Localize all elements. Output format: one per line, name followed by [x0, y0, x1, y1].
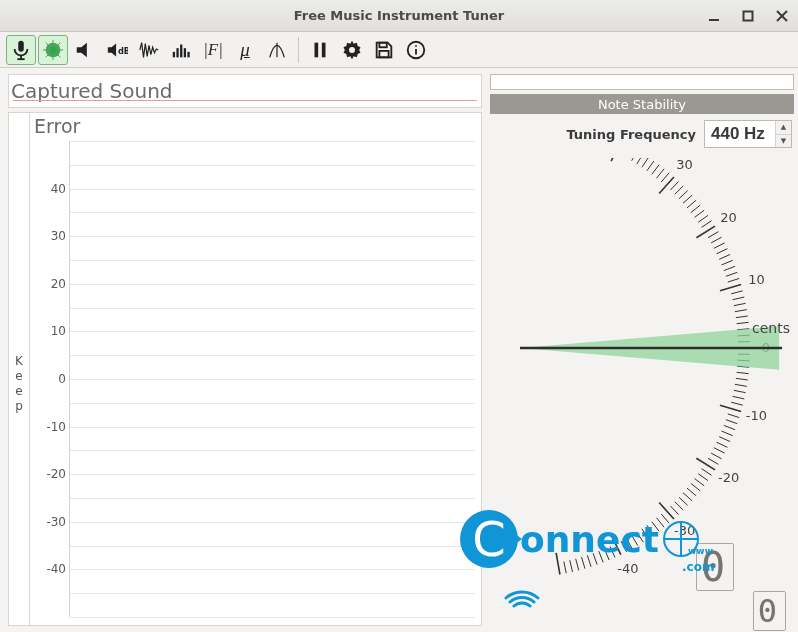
db-icon[interactable]: dB [102, 35, 132, 65]
svg-line-57 [675, 502, 684, 510]
svg-line-112 [679, 191, 688, 199]
svg-rect-31 [379, 50, 388, 56]
svg-line-114 [670, 181, 678, 190]
svg-line-55 [659, 503, 674, 519]
formants-icon[interactable]: |F| [198, 35, 228, 65]
tuning-frequency-label: Tuning Frequency [566, 127, 696, 142]
svg-line-50 [642, 529, 649, 539]
svg-line-40 [587, 555, 591, 566]
svg-rect-22 [180, 44, 182, 57]
svg-line-72 [724, 425, 735, 429]
svg-line-77 [733, 396, 745, 399]
mu-icon[interactable]: μ [230, 35, 260, 65]
svg-line-43 [604, 549, 609, 560]
svg-line-120 [642, 158, 649, 167]
svg-line-116 [661, 173, 669, 182]
svg-line-119 [647, 161, 654, 171]
svg-line-108 [695, 210, 705, 217]
svg-line-36 [564, 562, 566, 574]
mic-icon[interactable] [6, 35, 36, 65]
window-title: Free Music Instrument Tuner [0, 8, 798, 23]
error-chart[interactable]: Error 403020100-10-20-30-40 [30, 112, 482, 626]
close-button[interactable] [772, 6, 792, 26]
svg-line-98 [724, 266, 735, 270]
svg-line-64 [702, 469, 712, 476]
info-icon[interactable] [401, 35, 431, 65]
svg-line-94 [731, 291, 743, 294]
svg-line-121 [637, 158, 643, 164]
cents-dial: -50-40-30-20-1001020304050 [490, 158, 790, 578]
svg-line-89 [737, 322, 749, 323]
svg-line-62 [695, 479, 705, 486]
svg-point-8 [50, 46, 56, 52]
error-chart-container: Keep Error 403020100-10-20-30-40 [8, 112, 482, 626]
error-ytick: -10 [36, 420, 66, 434]
svg-line-75 [720, 405, 741, 411]
svg-line-38 [576, 559, 579, 571]
svg-text:30: 30 [676, 158, 693, 172]
keep-button[interactable]: Keep [8, 112, 30, 626]
spin-up-button[interactable]: ▲ [776, 121, 791, 135]
error-ytick: 40 [36, 182, 66, 196]
svg-line-56 [670, 506, 678, 515]
svg-line-44 [610, 547, 615, 558]
error-ytick: 0 [36, 372, 66, 386]
svg-line-14 [58, 54, 61, 57]
error-ytick: -40 [36, 562, 66, 576]
svg-line-59 [683, 493, 692, 501]
svg-line-95 [720, 285, 741, 291]
watermark-com: www.com [682, 560, 714, 574]
svg-rect-27 [322, 42, 326, 57]
svg-line-79 [735, 384, 747, 386]
svg-rect-26 [315, 42, 319, 57]
svg-marker-18 [108, 43, 116, 56]
svg-line-52 [652, 522, 659, 532]
error-chart-title: Error [34, 115, 80, 137]
volume-icon[interactable] [70, 35, 100, 65]
svg-line-58 [679, 497, 688, 505]
svg-line-109 [691, 205, 700, 212]
tuning-frequency-input[interactable] [705, 121, 775, 147]
pause-icon[interactable] [305, 35, 335, 65]
svg-line-63 [698, 474, 708, 481]
maximize-button[interactable] [738, 6, 758, 26]
svg-line-101 [717, 249, 728, 254]
svg-line-113 [675, 186, 684, 194]
svg-line-51 [647, 525, 654, 535]
harmonics-icon[interactable] [262, 35, 292, 65]
svg-line-115 [659, 177, 674, 193]
svg-marker-17 [77, 42, 87, 57]
captured-sound-baseline [13, 100, 477, 101]
save-icon[interactable] [369, 35, 399, 65]
minimize-button[interactable] [704, 6, 724, 26]
svg-line-53 [657, 518, 665, 527]
svg-line-66 [708, 458, 718, 464]
svg-line-42 [599, 551, 603, 562]
svg-line-46 [621, 541, 627, 552]
stability-progress-bar [490, 74, 794, 90]
svg-line-97 [726, 272, 737, 276]
svg-line-92 [734, 303, 746, 305]
waveform-icon[interactable] [134, 35, 164, 65]
settings-gear-icon[interactable] [337, 35, 367, 65]
svg-line-61 [691, 483, 700, 490]
svg-line-74 [728, 414, 739, 418]
right-panel: Note Stability Tuning Frequency ▲ ▼ -50-… [486, 68, 798, 632]
svg-line-103 [711, 237, 722, 243]
svg-line-122 [632, 158, 638, 161]
spin-down-button[interactable]: ▼ [776, 135, 791, 148]
svg-line-96 [728, 278, 739, 282]
svg-line-41 [593, 553, 597, 564]
captured-sound-panel: Captured Sound [8, 74, 482, 108]
keep-label: Keep [15, 354, 23, 414]
svg-line-47 [626, 538, 632, 548]
microtonal-icon[interactable] [166, 35, 196, 65]
svg-line-60 [687, 488, 696, 496]
svg-line-37 [570, 560, 573, 572]
svg-point-29 [349, 46, 355, 52]
error-ytick: -20 [36, 467, 66, 481]
svg-line-73 [726, 420, 737, 424]
capture-ring-icon[interactable] [38, 35, 68, 65]
svg-line-102 [714, 243, 725, 248]
error-ytick: -30 [36, 515, 66, 529]
